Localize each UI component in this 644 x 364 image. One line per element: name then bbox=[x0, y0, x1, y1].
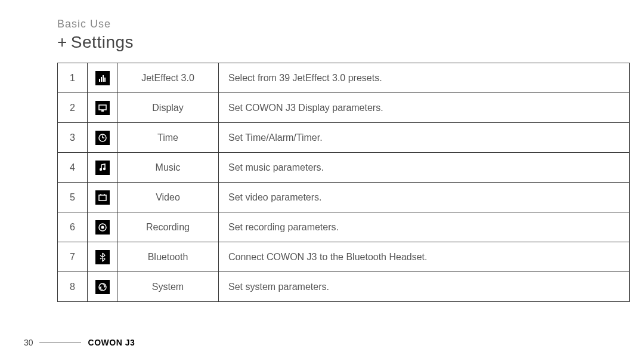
display-icon bbox=[95, 101, 110, 115]
table-row: 8SystemSet system parameters. bbox=[58, 272, 630, 302]
row-icon-cell bbox=[88, 242, 117, 272]
row-number: 4 bbox=[58, 153, 88, 183]
row-number: 2 bbox=[58, 93, 88, 123]
row-icon-cell bbox=[88, 63, 117, 93]
row-label: JetEffect 3.0 bbox=[117, 63, 219, 93]
table-row: 3TimeSet Time/Alarm/Timer. bbox=[58, 123, 630, 153]
row-label: Video bbox=[117, 183, 219, 212]
row-icon-cell bbox=[88, 123, 117, 153]
row-icon-cell bbox=[88, 272, 117, 302]
row-description: Set music parameters. bbox=[219, 153, 630, 183]
row-label: Display bbox=[117, 93, 219, 123]
product-name: COWON J3 bbox=[88, 338, 135, 347]
row-label: System bbox=[117, 272, 219, 302]
table-row: 1JetEffect 3.0Select from 39 JetEffect 3… bbox=[58, 63, 630, 93]
row-description: Set recording parameters. bbox=[219, 212, 630, 242]
row-icon-cell bbox=[88, 153, 117, 183]
row-description: Set Time/Alarm/Timer. bbox=[219, 123, 630, 153]
row-icon-cell bbox=[88, 183, 117, 212]
row-icon-cell bbox=[88, 212, 117, 242]
video-icon bbox=[95, 190, 110, 205]
system-icon bbox=[95, 280, 110, 294]
row-number: 7 bbox=[58, 242, 88, 272]
table-row: 6RecordingSet recording parameters. bbox=[58, 212, 630, 242]
page-title: +Settings bbox=[57, 33, 614, 52]
breadcrumb: Basic Use bbox=[57, 18, 614, 30]
table-row: 2DisplaySet COWON J3 Display parameters. bbox=[58, 93, 630, 123]
page-footer: 30 COWON J3 bbox=[24, 338, 135, 347]
recording-icon bbox=[95, 220, 110, 235]
row-number: 3 bbox=[58, 123, 88, 153]
row-number: 1 bbox=[58, 63, 88, 93]
svg-rect-2 bbox=[103, 75, 104, 82]
svg-point-16 bbox=[101, 226, 104, 229]
heading-text: Settings bbox=[71, 33, 134, 51]
svg-point-10 bbox=[103, 167, 105, 169]
table-row: 5VideoSet video parameters. bbox=[58, 183, 630, 212]
row-description: Set COWON J3 Display parameters. bbox=[219, 93, 630, 123]
table-row: 7BluetoothConnect COWON J3 to the Blueto… bbox=[58, 242, 630, 272]
row-icon-cell bbox=[88, 93, 117, 123]
row-description: Set video parameters. bbox=[219, 183, 630, 212]
page-number: 30 bbox=[24, 338, 33, 347]
row-label: Time bbox=[117, 123, 219, 153]
row-number: 8 bbox=[58, 272, 88, 302]
bluetooth-icon bbox=[95, 250, 110, 264]
settings-table: 1JetEffect 3.0Select from 39 JetEffect 3… bbox=[57, 63, 630, 302]
svg-rect-3 bbox=[104, 78, 106, 82]
row-number: 6 bbox=[58, 212, 88, 242]
row-description: Set system parameters. bbox=[219, 272, 630, 302]
row-description: Select from 39 JetEffect 3.0 presets. bbox=[219, 63, 630, 93]
row-label: Bluetooth bbox=[117, 242, 219, 272]
table-row: 4MusicSet music parameters. bbox=[58, 153, 630, 183]
svg-rect-5 bbox=[101, 110, 104, 112]
svg-rect-1 bbox=[101, 77, 102, 82]
row-number: 5 bbox=[58, 183, 88, 212]
row-description: Connect COWON J3 to the Bluetooth Headse… bbox=[219, 242, 630, 272]
footer-rule bbox=[39, 343, 81, 343]
heading-plus: + bbox=[57, 33, 67, 51]
jeteffect-icon bbox=[95, 71, 110, 85]
svg-rect-12 bbox=[99, 195, 106, 200]
music-icon bbox=[95, 161, 110, 175]
time-icon bbox=[95, 131, 110, 145]
svg-rect-4 bbox=[99, 105, 106, 110]
svg-rect-0 bbox=[99, 79, 100, 82]
row-label: Music bbox=[117, 153, 219, 183]
row-label: Recording bbox=[117, 212, 219, 242]
